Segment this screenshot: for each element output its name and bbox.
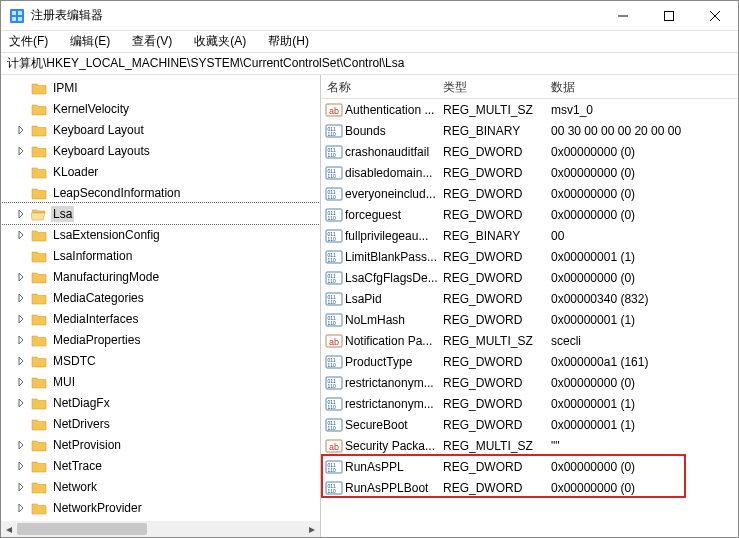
address-bar[interactable]: 计算机\HKEY_LOCAL_MACHINE\SYSTEM\CurrentCon… — [1, 53, 738, 75]
close-button[interactable] — [692, 1, 738, 31]
scroll-track[interactable] — [17, 521, 304, 537]
tree-expander-icon[interactable] — [15, 124, 27, 136]
window-controls — [600, 1, 738, 31]
tree-item[interactable]: IPMI — [1, 77, 320, 98]
registry-value-row[interactable]: 011110restrictanonym...REG_DWORD0x000000… — [321, 393, 738, 414]
value-name: forceguest — [345, 208, 443, 222]
tree-item[interactable]: MSDTC — [1, 350, 320, 371]
tree-expander-icon[interactable] — [15, 208, 27, 220]
menu-file[interactable]: 文件(F) — [5, 31, 52, 52]
tree-expander-icon[interactable] — [15, 229, 27, 241]
scroll-right-arrow[interactable]: ▸ — [304, 521, 320, 537]
tree-item[interactable]: MUI — [1, 371, 320, 392]
menu-favorites[interactable]: 收藏夹(A) — [190, 31, 250, 52]
registry-value-row[interactable]: 011110ProductTypeREG_DWORD0x000000a1 (16… — [321, 351, 738, 372]
menu-bar: 文件(F) 编辑(E) 查看(V) 收藏夹(A) 帮助(H) — [1, 31, 738, 53]
value-data: 0x00000000 (0) — [551, 187, 738, 201]
tree-item[interactable]: NetDrivers — [1, 413, 320, 434]
value-data: 0x00000000 (0) — [551, 376, 738, 390]
registry-value-row[interactable]: abAuthentication ...REG_MULTI_SZmsv1_0 — [321, 99, 738, 120]
column-header-name[interactable]: 名称 — [321, 79, 443, 96]
tree-item[interactable]: ManufacturingMode — [1, 266, 320, 287]
tree-expander-icon[interactable] — [15, 145, 27, 157]
tree-item[interactable]: LeapSecondInformation — [1, 182, 320, 203]
tree-item[interactable]: Network — [1, 476, 320, 497]
registry-value-row[interactable]: 011110SecureBootREG_DWORD0x00000001 (1) — [321, 414, 738, 435]
menu-help[interactable]: 帮助(H) — [264, 31, 313, 52]
tree-expander-icon[interactable] — [15, 292, 27, 304]
registry-value-row[interactable]: abNotification Pa...REG_MULTI_SZscecli — [321, 330, 738, 351]
tree-expander-icon[interactable] — [15, 460, 27, 472]
menu-view[interactable]: 查看(V) — [128, 31, 176, 52]
registry-value-row[interactable]: 011110LimitBlankPass...REG_DWORD0x000000… — [321, 246, 738, 267]
binary-value-icon: 011110 — [325, 396, 343, 412]
value-data: scecli — [551, 334, 738, 348]
minimize-button[interactable] — [600, 1, 646, 31]
tree-expander-icon[interactable] — [15, 82, 27, 94]
column-header-type[interactable]: 类型 — [443, 79, 551, 96]
menu-edit[interactable]: 编辑(E) — [66, 31, 114, 52]
tree-item-label: MediaCategories — [53, 291, 144, 305]
tree-expander-icon[interactable] — [15, 355, 27, 367]
svg-text:ab: ab — [329, 337, 339, 347]
tree-item[interactable]: KLoader — [1, 161, 320, 182]
folder-icon — [31, 165, 47, 179]
tree-expander-icon[interactable] — [15, 334, 27, 346]
tree-item[interactable]: Keyboard Layouts — [1, 140, 320, 161]
svg-text:110: 110 — [328, 467, 337, 473]
tree-expander-icon[interactable] — [15, 271, 27, 283]
registry-value-row[interactable]: abSecurity Packa...REG_MULTI_SZ"" — [321, 435, 738, 456]
registry-value-row[interactable]: 011110forceguestREG_DWORD0x00000000 (0) — [321, 204, 738, 225]
registry-value-row[interactable]: 011110crashonauditfailREG_DWORD0x0000000… — [321, 141, 738, 162]
tree-expander-icon[interactable] — [15, 397, 27, 409]
column-header-data[interactable]: 数据 — [551, 79, 738, 96]
tree-item[interactable]: Keyboard Layout — [1, 119, 320, 140]
tree-item[interactable]: MediaCategories — [1, 287, 320, 308]
tree-expander-icon[interactable] — [15, 250, 27, 262]
svg-text:ab: ab — [329, 106, 339, 116]
tree-item[interactable]: LsaExtensionConfig — [1, 224, 320, 245]
registry-value-row[interactable]: 011110RunAsPPLREG_DWORD0x00000000 (0) — [321, 456, 738, 477]
registry-value-row[interactable]: 011110RunAsPPLBootREG_DWORD0x00000000 (0… — [321, 477, 738, 498]
horizontal-scrollbar[interactable]: ◂ ▸ — [1, 521, 320, 537]
scroll-thumb[interactable] — [17, 523, 147, 535]
registry-value-row[interactable]: 011110fullprivilegeau...REG_BINARY00 — [321, 225, 738, 246]
tree-item[interactable]: MediaInterfaces — [1, 308, 320, 329]
tree-item[interactable]: MediaProperties — [1, 329, 320, 350]
tree-item[interactable]: LsaInformation — [1, 245, 320, 266]
tree-item[interactable]: KernelVelocity — [1, 98, 320, 119]
tree-item-label: NetworkProvider — [53, 501, 142, 515]
list-body: abAuthentication ...REG_MULTI_SZmsv1_001… — [321, 99, 738, 498]
value-name: Bounds — [345, 124, 443, 138]
tree-expander-icon[interactable] — [15, 313, 27, 325]
tree-expander-icon[interactable] — [15, 418, 27, 430]
tree-expander-icon[interactable] — [15, 439, 27, 451]
tree-expander-icon[interactable] — [15, 187, 27, 199]
tree-expander-icon[interactable] — [15, 502, 27, 514]
maximize-button[interactable] — [646, 1, 692, 31]
registry-value-row[interactable]: 011110NoLmHashREG_DWORD0x00000001 (1) — [321, 309, 738, 330]
binary-value-icon: 011110 — [325, 291, 343, 307]
tree-expander-icon[interactable] — [15, 481, 27, 493]
tree-expander-icon[interactable] — [15, 103, 27, 115]
tree-item[interactable]: NetTrace — [1, 455, 320, 476]
tree-item[interactable]: NetProvision — [1, 434, 320, 455]
registry-value-row[interactable]: 011110BoundsREG_BINARY00 30 00 00 00 20 … — [321, 120, 738, 141]
registry-value-row[interactable]: 011110LsaCfgFlagsDe...REG_DWORD0x0000000… — [321, 267, 738, 288]
tree-item[interactable]: NetDiagFx — [1, 392, 320, 413]
scroll-left-arrow[interactable]: ◂ — [1, 521, 17, 537]
tree-item[interactable]: NetworkProvider — [1, 497, 320, 518]
tree-pane[interactable]: IPMIKernelVelocityKeyboard LayoutKeyboar… — [1, 75, 321, 537]
list-pane[interactable]: 名称 类型 数据 abAuthentication ...REG_MULTI_S… — [321, 75, 738, 537]
tree-expander-icon[interactable] — [15, 376, 27, 388]
registry-value-row[interactable]: 011110everyoneinclud...REG_DWORD0x000000… — [321, 183, 738, 204]
tree-expander-icon[interactable] — [15, 166, 27, 178]
value-data: 0x00000000 (0) — [551, 271, 738, 285]
value-data: 0x00000001 (1) — [551, 397, 738, 411]
tree-item[interactable]: Lsa — [1, 203, 320, 224]
registry-value-row[interactable]: 011110restrictanonym...REG_DWORD0x000000… — [321, 372, 738, 393]
folder-icon — [31, 207, 47, 221]
tree-item-label: NetProvision — [53, 438, 121, 452]
registry-value-row[interactable]: 011110LsaPidREG_DWORD0x00000340 (832) — [321, 288, 738, 309]
registry-value-row[interactable]: 011110disabledomain...REG_DWORD0x0000000… — [321, 162, 738, 183]
